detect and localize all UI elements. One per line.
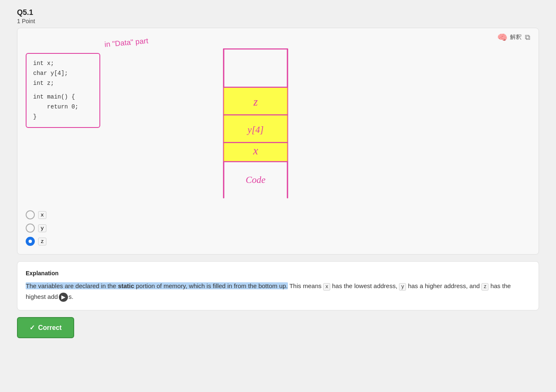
explanation-card: Explanation The variables are declared i… [17, 261, 539, 310]
highlight-span-1: The variables are declared in the static… [26, 282, 288, 289]
memory-diagram: z y[4] x Code [187, 45, 328, 204]
checkmark-icon: ✓ [29, 324, 35, 332]
option-row-z[interactable]: z [26, 237, 530, 246]
svg-text:z: z [253, 96, 258, 108]
correct-button[interactable]: ✓ Correct [17, 317, 74, 338]
code-line-3: int z; [33, 79, 93, 89]
radio-y[interactable] [26, 224, 35, 233]
inline-code-y: y [399, 283, 406, 291]
code-line-2: char y[4]; [33, 69, 93, 79]
options-area: x y z [26, 210, 530, 246]
radio-z[interactable] [26, 237, 35, 246]
correct-label: Correct [38, 324, 62, 332]
option-row-y[interactable]: y [26, 224, 530, 233]
question-points: 1 Point [17, 18, 539, 24]
code-line-5: return 0; [33, 102, 93, 112]
popup-icon[interactable]: ▶ [59, 293, 68, 302]
question-title: Q5.1 [17, 8, 539, 17]
page-container: Q5.1 1 Point 🧠 解釈 ⧉ in "Data" part int x… [17, 8, 539, 338]
option-row-x[interactable]: x [26, 210, 530, 219]
code-gap [33, 88, 93, 92]
memory-svg: z y[4] x Code [187, 45, 328, 202]
code-block: int x; char y[4]; int z; int main() { re… [26, 53, 100, 128]
inline-code-x: x [323, 283, 330, 291]
svg-text:x: x [253, 144, 258, 157]
code-line-1: int x; [33, 59, 93, 69]
option-label-x: x [38, 211, 46, 219]
code-line-6: } [33, 112, 93, 122]
annotation-text: in "Data" part [104, 36, 148, 49]
code-line-4: int main() { [33, 92, 93, 102]
radio-x[interactable] [26, 210, 35, 219]
option-label-y: y [38, 224, 46, 232]
option-label-z: z [38, 238, 46, 245]
question-header: Q5.1 1 Point [17, 8, 539, 24]
question-card: 🧠 解釈 ⧉ in "Data" part int x; char y[4]; … [17, 28, 539, 255]
diagram-area: in "Data" part int x; char y[4]; int z; … [26, 36, 530, 202]
explanation-text: The variables are declared in the static… [26, 281, 530, 302]
explanation-title: Explanation [26, 270, 530, 277]
inline-code-z: z [481, 283, 488, 291]
svg-text:y[4]: y[4] [247, 125, 263, 135]
static-bold: static [118, 282, 134, 289]
correct-button-container: ✓ Correct [17, 317, 539, 338]
svg-text:Code: Code [246, 175, 266, 185]
